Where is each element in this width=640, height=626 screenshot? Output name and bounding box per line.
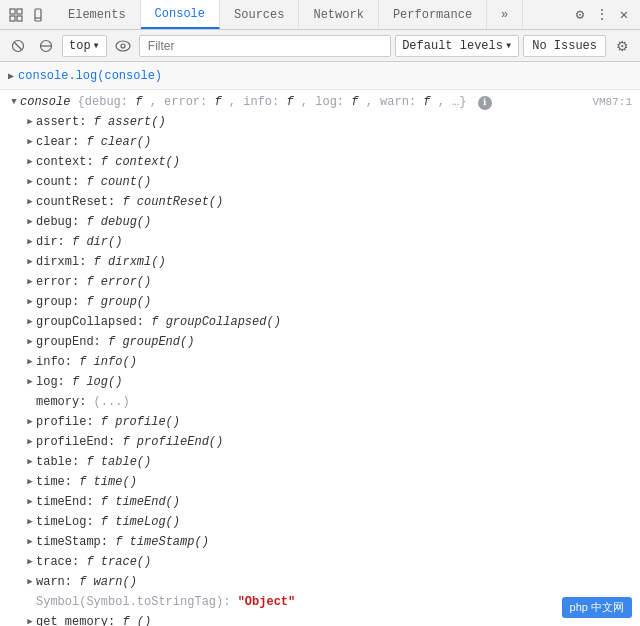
tab-network[interactable]: Network [299, 0, 378, 29]
list-item: ▶clear: f clear() [0, 132, 640, 152]
list-item: ▶debug: f debug() [0, 212, 640, 232]
close-icon[interactable]: ✕ [614, 5, 634, 25]
settings-icon[interactable]: ⚙ [570, 5, 590, 25]
tree-toggle[interactable]: ▶ [24, 573, 36, 591]
list-item: ▶timeLog: f timeLog() [0, 512, 640, 532]
list-item: ▶assert: f assert() [0, 112, 640, 132]
list-item: memory: (...) [0, 392, 640, 412]
log-levels-button[interactable]: Default levels ▾ [395, 35, 519, 57]
tree-toggle[interactable]: ▼ [8, 93, 20, 111]
tree-toggle[interactable]: ▶ [24, 233, 36, 251]
svg-line-7 [15, 42, 22, 49]
console-output: ▼ console {debug: f , error: f , info: f… [0, 90, 640, 626]
console-input-row: ▶ console.log(console) [0, 62, 640, 90]
tab-elements[interactable]: Elements [54, 0, 141, 29]
tab-bar: Elements Console Sources Network Perform… [0, 0, 640, 30]
tab-sources[interactable]: Sources [220, 0, 299, 29]
tree-toggle[interactable]: ▶ [24, 413, 36, 431]
list-item: ▶trace: f trace() [0, 552, 640, 572]
tree-toggle [24, 593, 36, 611]
list-item: ▶groupCollapsed: f groupCollapsed() [0, 312, 640, 332]
filter-input[interactable] [139, 35, 391, 57]
list-item: ▶log: f log() [0, 372, 640, 392]
tree-toggle[interactable]: ▶ [24, 133, 36, 151]
tree-toggle[interactable]: ▶ [24, 453, 36, 471]
chevron-down-icon: ▾ [93, 38, 100, 53]
block-icon[interactable] [34, 34, 58, 58]
console-input-text: console.log(console) [18, 69, 162, 83]
list-item: ▶groupEnd: f groupEnd() [0, 332, 640, 352]
svg-point-10 [116, 41, 130, 51]
tab-performance[interactable]: Performance [379, 0, 487, 29]
tab-bar-right-icons: ⚙ ⋮ ✕ [564, 5, 640, 25]
no-issues-button[interactable]: No Issues [523, 35, 606, 57]
clear-console-button[interactable] [6, 34, 30, 58]
list-item: ▶profileEnd: f profileEnd() [0, 432, 640, 452]
tab-more[interactable]: » [487, 0, 523, 29]
tree-toggle[interactable]: ▶ [24, 293, 36, 311]
svg-rect-3 [17, 16, 22, 21]
svg-point-11 [121, 44, 125, 48]
tab-console[interactable]: Console [141, 0, 220, 29]
list-item: ▶count: f count() [0, 172, 640, 192]
toolbar: top ▾ Default levels ▾ No Issues ⚙ [0, 30, 640, 62]
tree-toggle[interactable]: ▶ [24, 493, 36, 511]
eye-icon[interactable] [111, 34, 135, 58]
tree-toggle[interactable]: ▶ [24, 113, 36, 131]
tree-toggle[interactable]: ▶ [24, 313, 36, 331]
settings-icon[interactable]: ⚙ [610, 34, 634, 58]
list-item: ▶warn: f warn() [0, 572, 640, 592]
list-item: ▶dirxml: f dirxml() [0, 252, 640, 272]
list-item: ▶error: f error() [0, 272, 640, 292]
tree-toggle[interactable]: ▶ [24, 193, 36, 211]
svg-rect-4 [35, 9, 41, 21]
tree-toggle[interactable]: ▶ [24, 533, 36, 551]
tree-toggle[interactable]: ▶ [24, 513, 36, 531]
list-item: ▶table: f table() [0, 452, 640, 472]
tree-toggle[interactable]: ▶ [24, 333, 36, 351]
list-item: ▶group: f group() [0, 292, 640, 312]
console-object-header: ▼ console {debug: f , error: f , info: f… [0, 92, 640, 112]
info-icon[interactable]: ℹ [478, 96, 492, 110]
mobile-icon[interactable] [28, 5, 48, 25]
list-item: ▶profile: f profile() [0, 412, 640, 432]
list-item: ▶info: f info() [0, 352, 640, 372]
more-options-icon[interactable]: ⋮ [592, 5, 612, 25]
tree-toggle[interactable]: ▶ [24, 273, 36, 291]
list-item: Symbol(Symbol.toStringTag): "Object" [0, 592, 640, 612]
tree-toggle[interactable]: ▶ [24, 353, 36, 371]
list-item: ▶countReset: f countReset() [0, 192, 640, 212]
tree-toggle[interactable]: ▶ [24, 253, 36, 271]
tree-toggle[interactable]: ▶ [24, 613, 36, 626]
svg-rect-1 [17, 9, 22, 14]
context-selector[interactable]: top ▾ [62, 35, 107, 57]
list-item: ▶timeEnd: f timeEnd() [0, 492, 640, 512]
tree-toggle[interactable]: ▶ [24, 553, 36, 571]
tree-toggle[interactable]: ▶ [24, 433, 36, 451]
list-item: ▶time: f time() [0, 472, 640, 492]
svg-rect-0 [10, 9, 15, 14]
tree-toggle[interactable]: ▶ [24, 373, 36, 391]
tree-toggle[interactable]: ▶ [24, 153, 36, 171]
list-item: ▶dir: f dir() [0, 232, 640, 252]
tree-toggle[interactable]: ▶ [24, 473, 36, 491]
entries-container: ▶assert: f assert()▶clear: f clear()▶con… [0, 112, 640, 626]
tree-toggle[interactable]: ▶ [24, 213, 36, 231]
tree-toggle [24, 393, 36, 411]
list-item: ▶context: f context() [0, 152, 640, 172]
watermark: php 中文网 [562, 597, 632, 618]
chevron-down-icon: ▾ [505, 38, 512, 53]
tree-toggle[interactable]: ▶ [24, 173, 36, 191]
devtools-icon[interactable] [6, 5, 26, 25]
svg-rect-2 [10, 16, 15, 21]
source-link[interactable]: VM87:1 [592, 93, 640, 111]
expand-icon[interactable]: ▶ [8, 70, 14, 82]
list-item: ▶get memory: f () [0, 612, 640, 626]
tabs-container: Elements Console Sources Network Perform… [54, 0, 564, 29]
list-item: ▶timeStamp: f timeStamp() [0, 532, 640, 552]
tab-bar-left-icons [0, 5, 54, 25]
